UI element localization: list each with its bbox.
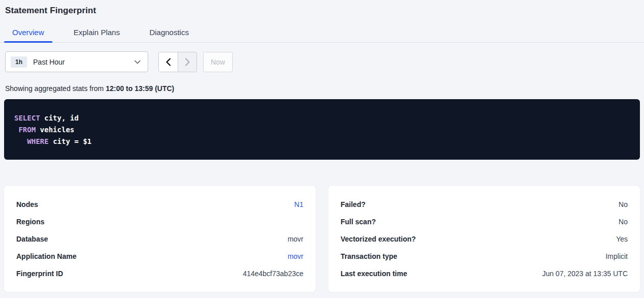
tab-bar: OverviewExplain PlansDiagnostics xyxy=(0,23,644,43)
summary-row: Vectorized execution?Yes xyxy=(341,230,628,248)
summary-row-label: Fingerprint ID xyxy=(16,270,63,278)
summary-cards: NodesN1RegionsDatabasemovrApplication Na… xyxy=(4,186,640,292)
sql-line: SELECT city, id xyxy=(14,112,630,124)
sql-line: WHERE city = $1 xyxy=(14,136,630,147)
sql-code: SELECT city, id FROM vehicles WHERE city… xyxy=(14,112,630,147)
aggregated-stats-line: Showing aggregated stats from 12:00 to 1… xyxy=(5,84,639,93)
summary-row-value: Jun 07, 2023 at 13:35 UTC xyxy=(542,270,628,278)
summary-row-value: No xyxy=(619,200,628,208)
tab-overview[interactable]: Overview xyxy=(4,23,52,42)
summary-row: Application Namemovr xyxy=(16,248,303,265)
summary-row-value: 414e4bcf73ab23ce xyxy=(243,270,303,278)
tab-explain-plans[interactable]: Explain Plans xyxy=(66,23,128,42)
summary-row: Fingerprint ID414e4bcf73ab23ce xyxy=(16,265,303,282)
summary-row: Transaction typeImplicit xyxy=(341,248,628,265)
summary-row-label: Nodes xyxy=(16,200,38,208)
chevron-right-icon xyxy=(185,58,190,66)
summary-row-label: Failed? xyxy=(341,200,366,208)
time-nav-group xyxy=(158,52,197,72)
chevron-left-icon xyxy=(165,58,171,66)
previous-interval-button[interactable] xyxy=(159,52,178,72)
summary-row: Databasemovr xyxy=(16,230,303,248)
tab-diagnostics[interactable]: Diagnostics xyxy=(141,23,197,42)
summary-row-label: Vectorized execution? xyxy=(341,235,416,243)
execution-attributes-card: Failed?NoFull scan?NoVectorized executio… xyxy=(328,186,640,292)
summary-row-label: Last execution time xyxy=(341,270,407,278)
summary-row: NodesN1 xyxy=(16,196,303,213)
statement-details-card: NodesN1RegionsDatabasemovrApplication Na… xyxy=(4,186,316,292)
stats-prefix: Showing aggregated stats from xyxy=(5,84,106,93)
summary-row: Full scan?No xyxy=(341,213,628,230)
summary-row-value: Yes xyxy=(616,235,628,243)
sql-statement-box: SELECT city, id FROM vehicles WHERE city… xyxy=(4,99,640,160)
page-header: Statement Fingerprint xyxy=(0,0,644,16)
summary-row-label: Regions xyxy=(16,218,44,226)
summary-row: Last execution timeJun 07, 2023 at 13:35… xyxy=(341,265,628,282)
time-toolbar: 1h Past Hour Now xyxy=(5,51,639,72)
summary-row-value-link[interactable]: movr xyxy=(288,252,303,260)
next-interval-button[interactable] xyxy=(178,52,197,72)
summary-row-label: Database xyxy=(16,235,48,243)
now-button[interactable]: Now xyxy=(203,52,233,72)
summary-row-value-link[interactable]: N1 xyxy=(294,200,303,208)
time-interval-badge: 1h xyxy=(11,56,27,68)
chevron-down-icon xyxy=(134,60,141,64)
stats-time-range: 12:00 to 13:59 (UTC) xyxy=(106,84,175,93)
summary-row-value: movr xyxy=(288,235,303,243)
time-interval-dropdown[interactable]: 1h Past Hour xyxy=(5,51,148,72)
sql-line: FROM vehicles xyxy=(14,124,630,136)
summary-row-label: Full scan? xyxy=(341,218,376,226)
summary-row-label: Transaction type xyxy=(341,252,397,260)
page-title: Statement Fingerprint xyxy=(5,6,639,16)
time-interval-label: Past Hour xyxy=(33,58,65,66)
summary-row-label: Application Name xyxy=(16,252,76,260)
summary-row-value: Implicit xyxy=(605,252,628,260)
summary-row-value: No xyxy=(619,218,628,226)
summary-row: Failed?No xyxy=(341,196,628,213)
summary-row: Regions xyxy=(16,213,303,230)
